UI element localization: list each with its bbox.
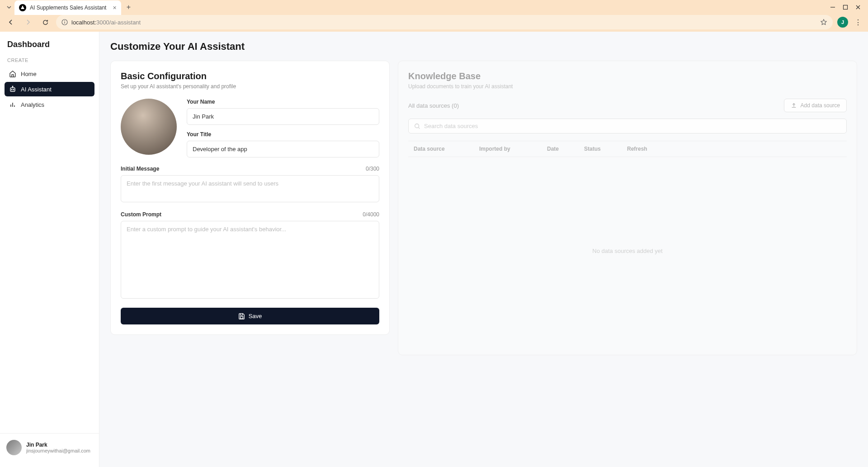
initial-message-counter: 0/300	[366, 166, 379, 172]
save-icon	[238, 313, 245, 319]
col-refresh: Refresh	[627, 146, 661, 152]
user-email: jinsjourneywithai@gmail.com	[26, 448, 90, 453]
save-button-label: Save	[249, 313, 262, 319]
url-host: localhost:	[71, 19, 96, 26]
robot-icon	[9, 86, 16, 93]
sidebar: Dashboard CREATE Home AI Assistant Analy…	[0, 32, 99, 467]
initial-message-input[interactable]	[121, 175, 379, 202]
page-title: Customize Your AI Assistant	[110, 41, 857, 52]
name-label: Your Name	[187, 99, 379, 105]
name-input[interactable]	[187, 108, 379, 125]
kb-search-input[interactable]	[424, 123, 841, 129]
user-avatar	[6, 440, 22, 455]
sidebar-item-label: Home	[21, 71, 37, 77]
custom-prompt-label: Custom Prompt	[121, 211, 161, 218]
svg-rect-13	[240, 316, 243, 319]
svg-point-6	[11, 89, 12, 90]
sidebar-item-home[interactable]: Home	[5, 67, 94, 81]
basic-configuration-card: Basic Configuration Set up your AI assis…	[110, 61, 390, 335]
col-data-source: Data source	[414, 146, 479, 152]
kb-search-wrap	[408, 119, 847, 133]
sidebar-user[interactable]: Jin Park jinsjourneywithai@gmail.com	[0, 433, 99, 459]
back-button[interactable]	[5, 16, 17, 29]
add-data-source-button[interactable]: Add data source	[784, 99, 847, 112]
tab-list-dropdown[interactable]	[4, 2, 14, 13]
col-status: Status	[584, 146, 627, 152]
profile-picture[interactable]	[121, 99, 177, 155]
forward-button[interactable]	[22, 16, 34, 29]
sidebar-item-label: AI Assistant	[21, 86, 52, 93]
profile-avatar-button[interactable]: J	[837, 17, 848, 28]
main-content: Customize Your AI Assistant Basic Config…	[99, 32, 868, 467]
bookmark-icon[interactable]	[820, 19, 827, 26]
basic-config-subtitle: Set up your AI assistant's personality a…	[121, 83, 379, 90]
svg-line-15	[419, 127, 420, 129]
window-close-icon[interactable]	[855, 5, 861, 10]
svg-point-4	[64, 20, 65, 21]
browser-tab[interactable]: AI Supplements Sales Assistant ×	[14, 0, 121, 15]
col-date: Date	[547, 146, 584, 152]
search-icon	[414, 123, 420, 129]
title-input[interactable]	[187, 141, 379, 157]
tab-title: AI Supplements Sales Assistant	[30, 5, 106, 11]
kb-count-label: All data sources (0)	[408, 102, 459, 109]
kb-empty-state: No data sources added yet	[408, 157, 847, 345]
custom-prompt-input[interactable]	[121, 221, 379, 299]
sidebar-section-label: CREATE	[7, 57, 92, 63]
title-label: Your Title	[187, 131, 379, 138]
sidebar-item-analytics[interactable]: Analytics	[5, 97, 94, 112]
reload-button[interactable]	[39, 16, 52, 29]
sidebar-item-ai-assistant[interactable]: AI Assistant	[5, 82, 94, 96]
sidebar-item-label: Analytics	[21, 101, 44, 108]
browser-tab-bar: AI Supplements Sales Assistant × +	[0, 0, 868, 14]
home-icon	[9, 70, 16, 77]
svg-point-14	[415, 124, 419, 128]
kb-subtitle: Upload documents to train your AI assist…	[408, 83, 847, 90]
add-button-label: Add data source	[801, 102, 840, 109]
address-bar[interactable]: localhost:3000/ai-assistant	[56, 15, 833, 29]
col-imported-by: Imported by	[479, 146, 547, 152]
sidebar-title: Dashboard	[7, 40, 92, 49]
svg-point-9	[12, 86, 13, 87]
save-button[interactable]: Save	[121, 308, 379, 324]
analytics-icon	[9, 101, 16, 108]
kb-heading: Knowledge Base	[408, 71, 847, 81]
upload-icon	[791, 102, 797, 109]
url-path: 3000/ai-assistant	[96, 19, 141, 26]
svg-point-7	[13, 89, 14, 90]
tab-close-icon[interactable]: ×	[113, 4, 116, 11]
knowledge-base-card: Knowledge Base Upload documents to train…	[398, 61, 857, 355]
basic-config-heading: Basic Configuration	[121, 71, 379, 81]
tab-favicon-icon	[19, 4, 26, 11]
new-tab-button[interactable]: +	[127, 3, 131, 11]
user-name: Jin Park	[26, 442, 90, 448]
window-minimize-icon[interactable]	[830, 5, 835, 10]
site-info-icon[interactable]	[61, 19, 68, 25]
kb-table-header: Data source Imported by Date Status Refr…	[408, 141, 847, 157]
svg-rect-1	[844, 5, 848, 10]
browser-menu-icon[interactable]: ⋮	[853, 18, 863, 27]
initial-message-label: Initial Message	[121, 166, 159, 172]
custom-prompt-counter: 0/4000	[363, 211, 379, 218]
window-maximize-icon[interactable]	[843, 5, 848, 10]
browser-url-bar: localhost:3000/ai-assistant J ⋮	[0, 14, 868, 32]
